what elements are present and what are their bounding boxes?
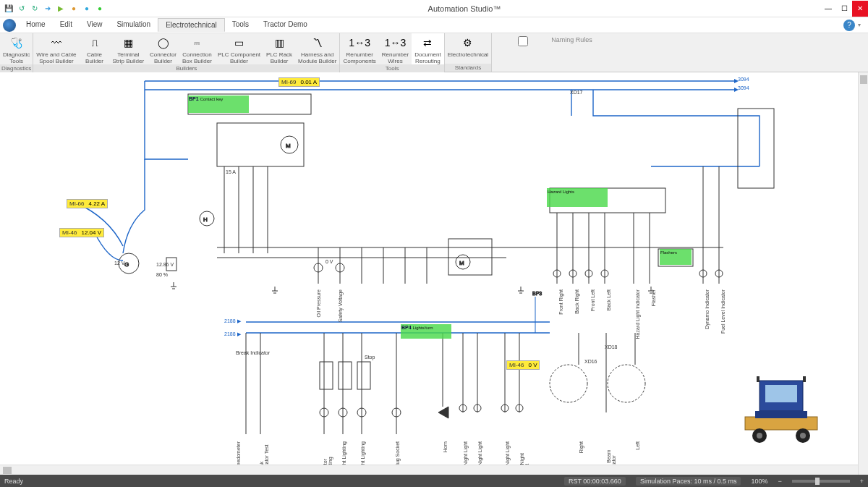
component-label: Back Left xyxy=(606,289,611,310)
ribbon-btn-label: Wire and Cable Spool Builder xyxy=(36,51,76,64)
component-label: Back Right xyxy=(574,289,579,314)
connection-icon: ⎓ xyxy=(189,35,205,51)
component-label: Dynamo Indicator xyxy=(705,289,710,329)
ribbon-btn-diagnostic-tools[interactable]: 🩺Diagnostic Tools xyxy=(0,33,33,64)
ribbon-btn-label: Connector Builder xyxy=(150,51,176,64)
svg-point-43 xyxy=(757,433,762,439)
ribbon-btn-label: Renumber Wires xyxy=(382,51,409,64)
naming-rules-field[interactable]: Naming Rules xyxy=(492,33,598,72)
wire-and-cable-icon: 〰 xyxy=(48,35,64,51)
measurement-mi-46[interactable]: MI-4612.04 V xyxy=(59,228,104,237)
tractor-3d-preview xyxy=(738,373,825,446)
opt1-icon[interactable]: ● xyxy=(68,3,80,14)
menu-tab-tools[interactable]: Tools xyxy=(225,18,256,32)
svg-rect-11 xyxy=(448,239,492,275)
zoom-out-icon[interactable]: − xyxy=(778,478,781,485)
schematic-canvas[interactable]: M G H M xyxy=(0,72,868,475)
ribbon-btn-label: Harness and Module Builder xyxy=(298,51,336,64)
measurement-mi-69[interactable]: MI-690.01 A xyxy=(278,77,320,87)
ribbon-btn-label: PLC Rack Builder xyxy=(266,51,292,64)
ribbon-btn-plc-rack-builder[interactable]: ▥PLC Rack Builder xyxy=(263,33,295,64)
component-label: Right xyxy=(579,441,584,453)
ribbon-btn-label: Document Rerouting xyxy=(414,51,441,64)
menu-tab-home[interactable]: Home xyxy=(19,18,53,32)
schematic-label: XD16 xyxy=(584,359,597,364)
save-icon[interactable]: 💾 xyxy=(3,3,14,14)
help-icon[interactable]: ? xyxy=(843,20,855,31)
schematic-svg: M G H M xyxy=(0,72,858,465)
help-dropdown-icon[interactable]: ▾ xyxy=(858,22,861,28)
highlight-contact-key[interactable]: BP1 Contact key xyxy=(188,96,249,113)
schematic-label: XD18 xyxy=(605,344,618,350)
menu-tab-simulation[interactable]: Simulation xyxy=(109,18,158,32)
opt3-icon[interactable]: ● xyxy=(94,3,106,14)
cable-icon: ⎍ xyxy=(87,35,103,51)
horizontal-scrollbar[interactable] xyxy=(0,465,858,475)
status-zoom: 100% xyxy=(751,478,767,485)
plc-rack-icon: ▥ xyxy=(271,35,287,51)
close-button[interactable]: ✕ xyxy=(852,1,868,17)
ribbon: 🩺Diagnostic ToolsDiagnostics〰Wire and Ca… xyxy=(0,33,868,72)
svg-point-35 xyxy=(608,365,645,402)
connector-icon: ◯ xyxy=(156,35,171,51)
ribbon-group-diagnostics: 🩺Diagnostic ToolsDiagnostics xyxy=(0,33,33,72)
ribbon-group-label: Standards xyxy=(445,64,491,72)
component-label: Horn xyxy=(443,441,448,452)
ribbon-btn-cable-builder[interactable]: ⎍Cable Builder xyxy=(80,33,110,64)
svg-point-44 xyxy=(800,433,806,439)
status-ready: Ready xyxy=(4,478,23,485)
menu-tab-view[interactable]: View xyxy=(80,18,110,32)
menu-tab-electrotechnical[interactable]: Electrotechnical xyxy=(158,18,225,32)
menu-bar: HomeEditViewSimulationElectrotechnicalTo… xyxy=(0,17,868,33)
highlight-hazard-lights[interactable]: Hazard Lights xyxy=(547,188,608,207)
zoom-slider[interactable] xyxy=(792,480,850,483)
measurement-mi-46[interactable]: MI-460 V xyxy=(506,360,540,370)
ribbon-btn-document-rerouting[interactable]: ⇄Document Rerouting xyxy=(412,33,443,64)
status-bar: Ready RST 00:00:03.660 Simulation Paces:… xyxy=(0,475,868,487)
app-logo-icon[interactable] xyxy=(3,19,16,32)
harness-and-icon: 〽 xyxy=(310,35,326,51)
diagnostic-icon: 🩺 xyxy=(9,35,25,51)
svg-rect-39 xyxy=(745,417,817,430)
ribbon-btn-wire-and-cable-spool-builder[interactable]: 〰Wire and Cable Spool Builder xyxy=(33,33,79,64)
minimize-button[interactable]: — xyxy=(820,1,836,17)
svg-rect-46 xyxy=(803,376,806,382)
ribbon-btn-label: Terminal Strip Builder xyxy=(113,51,145,64)
svg-text:M: M xyxy=(286,143,291,149)
naming-rules-checkbox[interactable] xyxy=(498,36,548,46)
ribbon-btn-renumber-wires[interactable]: 1↔3Renumber Wires xyxy=(379,33,412,64)
svg-point-34 xyxy=(550,365,587,402)
highlight-lights-turn[interactable]: BP4 Lights/turn xyxy=(401,324,451,339)
component-label: Hazard Light Indicator xyxy=(635,289,640,339)
title-bar: 💾 ↺ ↻ ➜ ▶ ● ● ● Automation Studio™ — ☐ ✕ xyxy=(0,0,868,17)
ribbon-btn-renumber-components[interactable]: 1↔3Renumber Components xyxy=(340,33,378,64)
measurement-mi-66[interactable]: MI-664.22 A xyxy=(67,199,108,208)
menu-tab-edit[interactable]: Edit xyxy=(53,18,80,32)
ribbon-btn-terminal-strip-builder[interactable]: ▦Terminal Strip Builder xyxy=(110,33,148,64)
zoom-in-icon[interactable]: + xyxy=(860,478,864,485)
ribbon-btn-label: PLC Component Builder xyxy=(218,51,260,64)
undo-icon[interactable]: ↺ xyxy=(16,3,27,14)
ribbon-group-label: Builders xyxy=(33,64,339,72)
sim-icon[interactable]: ▶ xyxy=(55,3,67,14)
nav-icon[interactable]: ➜ xyxy=(42,3,54,14)
redo-icon[interactable]: ↻ xyxy=(29,3,41,14)
svg-text:G: G xyxy=(124,261,129,268)
ribbon-btn-harness-and-module-builder[interactable]: 〽Harness and Module Builder xyxy=(295,33,339,64)
highlight-flashers[interactable]: Flashers xyxy=(660,249,692,265)
schematic-label: 2188 ▶ xyxy=(224,331,241,337)
menu-tab-tractor-demo[interactable]: Tractor Demo xyxy=(256,18,315,32)
ribbon-btn-connection-box-builder[interactable]: ⎓Connection Box Builder xyxy=(179,33,215,64)
ribbon-btn-label: Diagnostic Tools xyxy=(3,51,30,64)
vertical-scrollbar[interactable] xyxy=(858,72,868,475)
ribbon-btn-electrotechnical[interactable]: ⚙Electrotechnical xyxy=(445,33,491,64)
ribbon-btn-connector-builder[interactable]: ◯Connector Builder xyxy=(147,33,179,64)
schematic-label: 3094 xyxy=(738,85,749,90)
maximize-button[interactable]: ☐ xyxy=(836,1,852,17)
naming-rules-label: Naming Rules xyxy=(551,36,592,43)
ribbon-btn-label: Connection Box Builder xyxy=(182,51,212,64)
opt2-icon[interactable]: ● xyxy=(81,3,93,14)
component-label: Front Left xyxy=(590,289,595,311)
ribbon-btn-plc-component-builder[interactable]: ▭PLC Component Builder xyxy=(215,33,263,64)
component-label: Fuel Level Indicator xyxy=(720,289,726,334)
